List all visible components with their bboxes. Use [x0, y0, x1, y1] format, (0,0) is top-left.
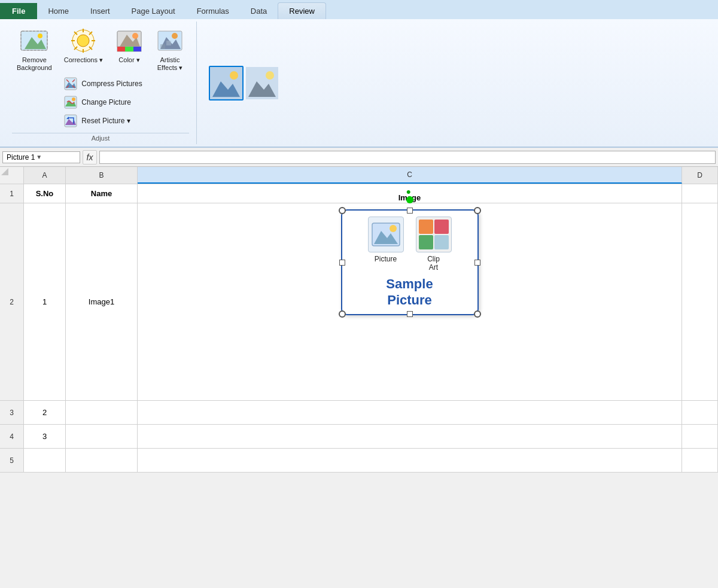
- formula-fx-button[interactable]: fx: [83, 150, 97, 164]
- picture-icon-item: Picture: [368, 217, 404, 263]
- cell-4b[interactable]: [66, 425, 138, 448]
- cell-1a[interactable]: S.No: [24, 184, 66, 203]
- compress-pictures-button[interactable]: Compress Pictures: [60, 75, 145, 92]
- cell-2a[interactable]: 1: [24, 203, 66, 400]
- picture-icons: Picture ClipArt: [348, 217, 471, 272]
- cell-5c[interactable]: [138, 449, 682, 472]
- table-row: 5: [0, 449, 718, 473]
- svg-rect-26: [166, 41, 171, 45]
- cell-1b[interactable]: Name: [66, 184, 138, 203]
- row-header-4: 4: [0, 425, 24, 448]
- color-button[interactable]: Color ▾: [110, 24, 148, 66]
- col-header-b[interactable]: B: [66, 167, 138, 184]
- handle-mid-right[interactable]: [474, 260, 480, 266]
- ribbon-tab-bar: File Home Insert Page Layout Formulas Da…: [0, 0, 718, 19]
- handle-top-left[interactable]: [339, 207, 346, 214]
- name-box[interactable]: Picture 1 ▼: [2, 151, 80, 163]
- artistic-icon: [156, 26, 184, 55]
- reset-icon: [63, 114, 78, 128]
- column-header-row: A B C D: [0, 167, 718, 184]
- name-box-value: Picture 1: [7, 153, 35, 162]
- col-header-a[interactable]: A: [24, 167, 66, 184]
- corrections-button[interactable]: Corrections ▾: [59, 24, 108, 66]
- style-thumbnails: [209, 66, 279, 100]
- svg-rect-21: [133, 47, 141, 51]
- picture-widget[interactable]: Picture ClipArt: [341, 209, 479, 315]
- handle-top-mid[interactable]: [407, 208, 413, 214]
- remove-bg-label: RemoveBackground: [17, 56, 52, 72]
- rotate-handle[interactable]: [406, 196, 413, 203]
- picture-icon-box: [368, 217, 404, 252]
- handle-bottom-left[interactable]: [339, 310, 346, 318]
- tab-review[interactable]: Review: [278, 2, 326, 19]
- cell-5b[interactable]: [66, 449, 138, 472]
- svg-point-24: [172, 33, 178, 39]
- cell-5a[interactable]: [24, 449, 66, 472]
- svg-rect-19: [117, 47, 125, 51]
- clipart-label: ClipArt: [427, 255, 440, 272]
- remove-bg-icon: [20, 26, 48, 55]
- cell-3d[interactable]: [682, 401, 718, 424]
- svg-point-41: [230, 71, 238, 80]
- picture-style-2[interactable]: [245, 66, 279, 100]
- corrections-icon: [69, 26, 98, 55]
- adjust-group: RemoveBackground: [5, 22, 197, 144]
- tab-file[interactable]: File: [0, 3, 37, 19]
- tab-data[interactable]: Data: [240, 3, 278, 19]
- cell-4d[interactable]: [682, 425, 718, 448]
- cell-5d[interactable]: [682, 449, 718, 472]
- change-picture-button[interactable]: Change Picture: [60, 94, 145, 111]
- table-row: 4 3: [0, 425, 718, 449]
- name-box-arrow[interactable]: ▼: [36, 154, 42, 160]
- svg-point-5: [77, 35, 89, 47]
- tab-insert[interactable]: Insert: [80, 3, 121, 19]
- picture-styles-group: [204, 22, 284, 144]
- tab-formulas[interactable]: Formulas: [186, 3, 240, 19]
- tab-page-layout[interactable]: Page Layout: [121, 3, 186, 19]
- picture-widget-wrapper: Picture ClipArt: [341, 209, 479, 315]
- artistic-label: ArtisticEffects ▾: [157, 56, 182, 72]
- cell-3a[interactable]: 2: [24, 401, 66, 424]
- handle-top-right[interactable]: [474, 207, 481, 214]
- ribbon-content: RemoveBackground: [0, 19, 718, 147]
- cell-1d[interactable]: [682, 184, 718, 203]
- svg-point-44: [266, 71, 274, 80]
- table-row: 1 S.No Name ● Image: [0, 184, 718, 203]
- table-row: 3 2: [0, 401, 718, 425]
- reset-label: Reset Picture ▾: [81, 117, 130, 125]
- handle-bottom-mid[interactable]: [407, 311, 413, 317]
- compress-icon: [63, 77, 78, 91]
- cell-2d[interactable]: [682, 203, 718, 400]
- cell-4c[interactable]: [138, 425, 682, 448]
- handle-bottom-right[interactable]: [474, 310, 481, 318]
- formula-bar: Picture 1 ▼ fx: [0, 148, 718, 167]
- spreadsheet: A B C D 1 S.No Name ● Image 2 1 Image1: [0, 167, 718, 473]
- svg-point-48: [390, 225, 397, 232]
- svg-point-2: [38, 33, 42, 38]
- col-header-c[interactable]: C: [138, 167, 682, 184]
- cell-3b[interactable]: [66, 401, 138, 424]
- cell-4a[interactable]: 3: [24, 425, 66, 448]
- formula-input[interactable]: [99, 151, 716, 164]
- row-header-2: 2: [0, 203, 24, 400]
- tab-home[interactable]: Home: [37, 3, 80, 19]
- cell-2b[interactable]: Image1: [66, 203, 138, 400]
- picture-label: Picture: [375, 255, 397, 263]
- clipart-icon-box: [416, 217, 452, 252]
- col-header-d[interactable]: D: [682, 167, 718, 184]
- picture-style-1[interactable]: [209, 66, 244, 100]
- svg-marker-45: [1, 168, 8, 175]
- artistic-effects-button[interactable]: ArtisticEffects ▾: [151, 24, 189, 74]
- row-header-1: 1: [0, 184, 24, 203]
- cell-3c[interactable]: [138, 401, 682, 424]
- cell-2c[interactable]: Picture ClipArt: [138, 203, 682, 400]
- compress-label: Compress Pictures: [81, 80, 142, 88]
- svg-point-35: [72, 98, 75, 101]
- reset-picture-button[interactable]: Reset Picture ▾: [60, 112, 145, 129]
- change-icon: [63, 95, 78, 109]
- color-icon: [115, 26, 144, 55]
- corner-cell: [0, 167, 24, 184]
- remove-background-button[interactable]: RemoveBackground: [12, 24, 57, 74]
- row-header-5: 5: [0, 449, 24, 472]
- handle-mid-left[interactable]: [339, 260, 345, 266]
